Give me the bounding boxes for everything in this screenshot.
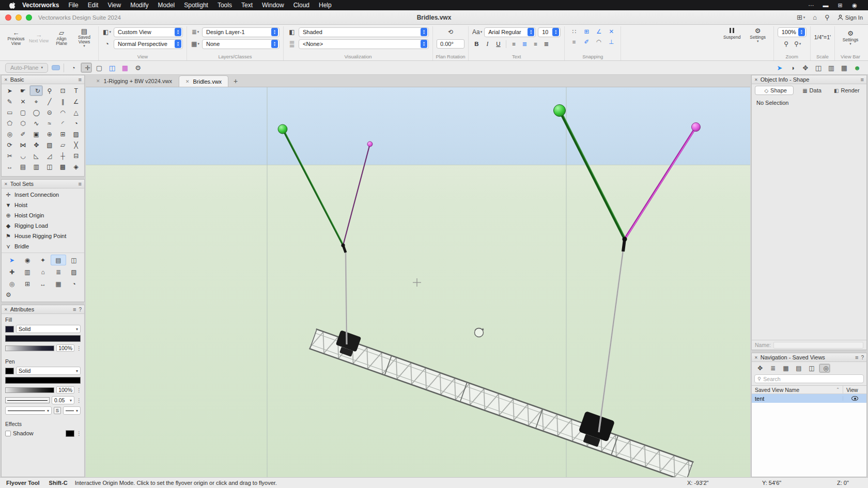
- align-center-button[interactable]: ≣: [520, 40, 529, 49]
- align-right-button[interactable]: ≡: [531, 40, 540, 49]
- snap-to-angle[interactable]: ∠: [593, 27, 605, 36]
- arc-tool[interactable]: ◠: [56, 107, 70, 118]
- rotate-tool[interactable]: ⟳: [3, 139, 17, 150]
- toolset-bridle[interactable]: ⋎Bridle: [2, 241, 84, 251]
- next-view-button[interactable]: → Next View: [28, 31, 49, 43]
- render-mode-select[interactable]: Shaded ▲▼: [299, 27, 429, 37]
- pen-color-well[interactable]: [5, 377, 81, 384]
- rounded-rectangle-tool[interactable]: ▢: [17, 107, 30, 118]
- polygon-tool[interactable]: ⬠: [3, 118, 17, 129]
- drawing-area[interactable]: [86, 87, 750, 477]
- font-style-icon[interactable]: Aa▾: [472, 28, 482, 37]
- rectangle-tool[interactable]: ▭: [3, 107, 17, 118]
- fill-opacity-slider[interactable]: [5, 345, 54, 351]
- menu-help[interactable]: Help: [314, 0, 336, 10]
- toolset-hoist-origin[interactable]: ⊕Hoist Origin: [2, 210, 84, 221]
- nav-saved-views[interactable]: ◎: [819, 364, 830, 373]
- close-icon[interactable]: ✕: [754, 355, 758, 360]
- reshape-tool[interactable]: ▧: [43, 139, 56, 150]
- background-render-icon[interactable]: ▒: [287, 40, 297, 49]
- marker-select[interactable]: ▾: [63, 406, 81, 415]
- column-view[interactable]: View: [843, 386, 866, 393]
- snap-to-grid[interactable]: ∷: [568, 27, 580, 36]
- close-icon[interactable]: ✕: [4, 182, 8, 186]
- curtain-tool[interactable]: ▨: [66, 266, 82, 277]
- split-tool[interactable]: ╳: [69, 139, 83, 150]
- pen-color-swatch[interactable]: [5, 368, 14, 374]
- symbol-insertion-tool[interactable]: ◈: [69, 161, 83, 172]
- help-icon[interactable]: ?: [79, 307, 82, 312]
- close-icon[interactable]: ✕: [4, 77, 8, 82]
- font-size-select[interactable]: 10 ▲▼: [538, 27, 561, 37]
- text-tool[interactable]: T: [69, 85, 83, 96]
- shadow-menu[interactable]: ⋮: [76, 431, 81, 436]
- pen-opacity-menu[interactable]: ⋮: [76, 387, 81, 393]
- projection-select[interactable]: Normal Perspective ▲▼: [114, 39, 183, 49]
- lighting-device-tool[interactable]: ✚: [4, 266, 20, 277]
- dimension-tool[interactable]: ↔: [3, 161, 17, 172]
- close-tab-icon[interactable]: ✕: [185, 79, 190, 84]
- align-plane-button[interactable]: ▱ Align Plane: [51, 29, 72, 46]
- active-class-select[interactable]: None ▲▼: [202, 39, 280, 49]
- fill-color-swatch[interactable]: [5, 326, 14, 333]
- current-view-icon[interactable]: ◧▾: [102, 28, 112, 37]
- video-screen-tool[interactable]: ◫: [66, 255, 82, 265]
- trim-tool[interactable]: ✂: [3, 150, 17, 161]
- column-tool[interactable]: ▥: [29, 161, 43, 172]
- active-layer-select[interactable]: Design Layer-1 ▲▼: [202, 27, 280, 37]
- line-end-style-button[interactable]: S: [54, 407, 61, 414]
- smart-edge[interactable]: ◠: [593, 37, 605, 46]
- selection-tool[interactable]: ➤: [3, 85, 17, 96]
- fill-opacity-menu[interactable]: ⋮: [76, 345, 81, 351]
- palette-menu-icon[interactable]: ≡: [79, 181, 82, 187]
- document-tab-2[interactable]: ✕ Bridles.vwx: [179, 75, 228, 87]
- column-saved-view-name[interactable]: Saved View Name ⌃: [752, 386, 843, 393]
- snap-to-tangent[interactable]: ⊥: [606, 37, 617, 46]
- document-tab-1[interactable]: ✕ 1-Rigging + BW v2024.vwx: [90, 75, 178, 87]
- palette-menu-icon[interactable]: ≡: [855, 354, 858, 360]
- tab-render[interactable]: ◧ Render: [830, 86, 863, 95]
- zoom-tool[interactable]: ⚲: [43, 85, 56, 96]
- object-name-field[interactable]: [773, 342, 863, 349]
- nav-design-layers[interactable]: ≣: [767, 364, 779, 373]
- drawing-canvas[interactable]: [86, 87, 750, 477]
- saved-views-empty-area[interactable]: [752, 403, 866, 477]
- menu-tools[interactable]: Tools: [213, 0, 237, 10]
- menu-edit[interactable]: Edit: [83, 0, 103, 10]
- hatch-tool[interactable]: ▨: [69, 129, 83, 139]
- wedge-tool[interactable]: ◔: [69, 118, 83, 129]
- object-plane-mode[interactable]: ▢: [94, 62, 105, 73]
- bold-button[interactable]: B: [472, 40, 481, 49]
- working-plane-axes[interactable]: ✥: [800, 62, 811, 73]
- search-icon[interactable]: ⚲: [825, 13, 830, 21]
- palette-menu-icon[interactable]: ≡: [79, 76, 82, 83]
- render-mode-icon[interactable]: ◧: [287, 28, 297, 37]
- clip-tool[interactable]: ⊟: [69, 150, 83, 161]
- plan-rotation-field[interactable]: 0.00°: [437, 39, 464, 49]
- underline-button[interactable]: U: [494, 40, 503, 49]
- previous-view-button[interactable]: ← Previous View: [6, 29, 26, 46]
- interactive-origin-mode[interactable]: ✛: [81, 62, 92, 73]
- close-tab-icon[interactable]: ✕: [96, 78, 100, 84]
- chamfer-tool[interactable]: ◺: [29, 150, 43, 161]
- multiple-view-panes[interactable]: ◫: [813, 62, 824, 73]
- nav-viewports[interactable]: ◫: [806, 364, 817, 373]
- move-by-points-tool[interactable]: ✥: [29, 139, 43, 150]
- shadow-checkbox[interactable]: [5, 431, 11, 436]
- menu-vectorworks[interactable]: Vectorworks: [18, 0, 64, 10]
- stage-measure-tool[interactable]: ↔: [35, 278, 51, 289]
- tool-set-settings-gear[interactable]: ⚙: [2, 290, 84, 300]
- quick-preferences[interactable]: ▦: [839, 62, 850, 73]
- snapping-settings-button[interactable]: ⚙ Settings ▾: [746, 27, 770, 43]
- apple-menu-icon[interactable]: [7, 2, 18, 9]
- angle-dimension-tool[interactable]: ∠: [69, 96, 83, 107]
- saved-view-row-tent[interactable]: tent: [752, 394, 866, 403]
- saved-views-button[interactable]: ▤ Saved Views ▾: [74, 27, 95, 48]
- new-tab-button[interactable]: +: [229, 75, 242, 87]
- attribute-mapping-tool[interactable]: ✐: [17, 129, 30, 139]
- menu-window[interactable]: Window: [257, 0, 289, 10]
- bridle-right-magenta-sphere[interactable]: [692, 123, 701, 132]
- grid-tool[interactable]: ⊞: [56, 129, 70, 139]
- menu-cloud[interactable]: Cloud: [289, 0, 314, 10]
- line-weight-select[interactable]: 0.05 ▾: [52, 396, 74, 404]
